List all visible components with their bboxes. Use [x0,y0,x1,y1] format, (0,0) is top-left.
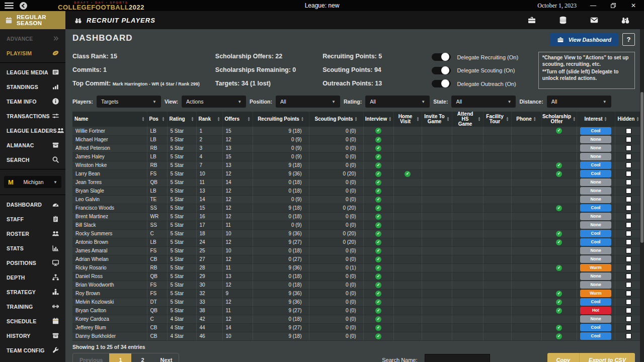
column-header-interest[interactable]: Interest▲▼ [577,112,615,127]
interest-badge[interactable]: Cool [580,298,611,306]
table-row[interactable]: Larry Bean FS 5 Star 10 12 9 (36) 0 (20)… [72,169,642,178]
sidebar-item-schedule[interactable]: SCHEDULE [0,314,65,328]
hidden-checkbox[interactable] [626,265,631,270]
table-row[interactable]: Jean Torres QB 5 Star 11 14 0 (18) 0 (0)… [72,178,642,187]
interest-badge[interactable]: None [580,178,611,186]
table-row[interactable]: Brent Martinez WR 5 Star 16 12 0 (18) 0 … [72,212,642,221]
interest-badge[interactable]: Warm [580,264,611,272]
hidden-checkbox[interactable] [626,256,631,262]
column-header-facility-tour[interactable]: Facility Tour▲▼ [483,112,511,127]
table-row[interactable]: Brian Woodworth FS 5 Star 30 12 0 (18) 0… [72,281,642,289]
sidebar-item-advance[interactable]: ADVANCE [0,31,65,46]
interest-badge[interactable]: None [580,187,611,195]
hidden-checkbox[interactable] [626,316,631,322]
column-header-interview[interactable]: Interview▲▼ [363,112,393,127]
sidebar-item-transactions[interactable]: TRANSACTIONS [0,109,65,123]
interest-badge[interactable]: None [580,281,611,289]
sidebar-item-play-sim[interactable]: PLAY/SIM [0,46,65,60]
interest-badge[interactable]: Cool [580,324,611,331]
hidden-checkbox[interactable] [626,282,631,288]
interest-badge[interactable]: Warm [580,290,611,297]
envelope-icon[interactable] [590,16,599,25]
view-dashboard-button[interactable]: View Dashboard [550,33,618,46]
sidebar-item-league-media[interactable]: LEAGUE MEDIA [0,65,65,79]
interest-badge[interactable]: None [580,315,611,323]
table-row[interactable]: Bryan Carlton QB 5 Star 38 11 9 (27) 0 (… [72,306,642,315]
page-button-next[interactable]: Next [153,353,179,362]
filter-select-state[interactable]: All▼ [451,96,516,108]
interest-badge[interactable]: None [580,153,611,160]
sidebar-item-team-config[interactable]: TEAM CONFIG [0,343,65,357]
table-row[interactable]: Alfred Peterson RB 5 Star 3 13 0 (9) 0 (… [72,144,642,152]
hidden-checkbox[interactable] [626,214,631,219]
column-header-pos[interactable]: Pos▲▼ [147,112,167,127]
interest-badge[interactable]: Cool [580,170,611,177]
sidebar-item-history[interactable]: HISTORY [0,328,65,343]
column-header-rating[interactable]: Rating▲▼ [167,112,196,127]
table-row[interactable]: Bill Slack SS 5 Star 17 11 0 (9) 0 (0) ✓… [72,221,642,229]
hidden-checkbox[interactable] [626,308,631,313]
close-icon[interactable]: ✕ [630,2,637,9]
page-button-1[interactable]: 1 [109,353,131,362]
hidden-checkbox[interactable] [626,197,631,202]
interest-badge[interactable]: Cool [580,238,611,246]
interest-badge[interactable]: Cool [580,204,611,212]
column-header-phone[interactable]: Phone▲▼ [511,112,541,127]
hidden-checkbox[interactable] [626,248,631,253]
hidden-checkbox[interactable] [626,239,631,245]
hidden-checkbox[interactable] [626,291,631,296]
sidebar-item-roster[interactable]: ROSTER [0,226,65,241]
table-row[interactable]: Michael Hager LB 5 Star 2 12 0 (9) 0 (0)… [72,135,642,144]
interest-badge[interactable]: None [580,213,611,220]
column-header-name[interactable]: Name▲▼ [72,112,147,127]
filter-select-distance[interactable]: All▼ [547,96,611,108]
binoculars-icon[interactable] [621,16,630,25]
interest-badge[interactable]: None [580,136,611,143]
interest-badge[interactable]: Cool [580,230,611,237]
column-header-rank[interactable]: Rank▲▼ [196,112,222,127]
table-row[interactable]: Rocky Summers C 5 Star 18 10 9 (36) 0 (2… [72,229,642,238]
sidebar-item-staff[interactable]: STAFF [0,212,65,226]
hidden-checkbox[interactable] [626,231,631,236]
table-row[interactable]: Danny Burkholder CB 4 Star 46 10 9 (18) … [72,332,642,340]
hidden-checkbox[interactable] [626,179,631,185]
hidden-checkbox[interactable] [626,299,631,305]
column-header-attend-hs-game[interactable]: Attend HS Game▲▼ [452,112,483,127]
sidebar-item-positions[interactable]: POSITIONS [0,255,65,270]
hidden-checkbox[interactable] [626,333,631,339]
sidebar-item-depth[interactable]: DEPTH [0,270,65,285]
help-button[interactable]: ? [622,33,635,46]
interest-badge[interactable]: None [580,144,611,152]
column-header-invite-to-game[interactable]: Invite To Game▲▼ [422,112,452,127]
hidden-checkbox[interactable] [626,162,631,168]
column-header-recruiting-points[interactable]: Recruiting Points▲▼ [253,112,309,127]
table-row[interactable]: Melvin Kozlowski DT 5 Star 33 12 9 (36) … [72,298,642,306]
table-row[interactable]: Bryan Slagle LB 5 Star 13 12 0 (18) 0 (0… [72,187,642,195]
minimize-icon[interactable]: — [590,2,597,9]
interest-badge[interactable]: None [580,247,611,254]
hidden-checkbox[interactable] [626,171,631,176]
hidden-checkbox[interactable] [626,137,631,142]
regular-season-button[interactable]: REGULAR SEASON [0,11,65,29]
interest-badge[interactable]: Cool [580,127,611,135]
sidebar-item-strategy[interactable]: STRATEGY [0,285,65,299]
filter-select-players[interactable]: Targets▼ [97,96,161,108]
interest-badge[interactable]: None [580,221,611,229]
scrollbar-thumb[interactable] [640,92,643,243]
toggle-delegate-recruiting-on[interactable] [432,53,451,61]
interest-badge[interactable]: Cool [580,161,611,169]
page-button-previous[interactable]: Previous [73,353,109,362]
filter-select-rating[interactable]: All▼ [365,96,430,108]
hidden-checkbox[interactable] [626,128,631,134]
filter-select-position[interactable]: All▼ [276,96,340,108]
interest-badge[interactable]: None [580,196,611,203]
search-name-input[interactable] [425,354,490,362]
export-csv-button[interactable]: Export to CSV [579,353,635,362]
sidebar-item-training[interactable]: TRAINING [0,299,65,314]
table-row[interactable]: Korey Cardoza C 4 Star 42 12 0 (18) 0 (0… [72,315,642,323]
column-header-offers[interactable]: Offers▲▼ [222,112,253,127]
vertical-scrollbar[interactable] [640,29,644,362]
restore-icon[interactable] [610,2,617,9]
sidebar-item-almanac[interactable]: ALMANAC [0,138,65,152]
table-row[interactable]: James Amaral FS 5 Star 25 10 0 (18) 0 (0… [72,246,642,255]
